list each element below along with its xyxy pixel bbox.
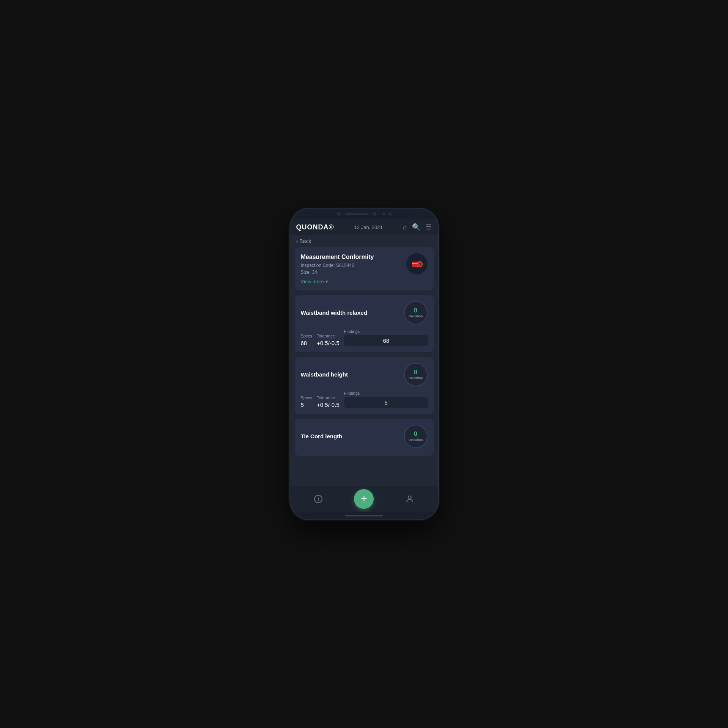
specs-value-2: 5: [301, 402, 313, 408]
phone-bottom: [290, 512, 438, 519]
tolerance-label-2: Tolerance: [317, 395, 340, 400]
app-logo: QUONDA®: [296, 223, 334, 231]
svg-point-11: [318, 497, 319, 498]
info-card: Measurement Conformity Inspection Code: …: [295, 247, 434, 290]
findings-label: Findings: [344, 329, 428, 334]
size-label: Size: 34: [301, 270, 374, 275]
home-indicator: [345, 515, 383, 516]
speaker-bar: [345, 213, 368, 215]
deviation-label-waistband-height: Deviation: [409, 376, 423, 380]
tolerance-col-waistband-relaxed: Tolerance +0.5/-0.5: [317, 334, 340, 346]
info-nav-button[interactable]: [310, 491, 327, 507]
measure-card-tie-cord: Tie Cord length 0 Deviation: [295, 419, 434, 456]
back-nav[interactable]: ‹ Back: [290, 235, 438, 247]
phone-screen: QUONDA® 12 Jan, 2021 ⌂ 🔍 ☰ ‹ Back Measur…: [290, 219, 438, 512]
measure-row-waistband-height: Specs 5 Tolerance +0.5/-0.5 Findings: [301, 391, 428, 408]
menu-icon[interactable]: ☰: [426, 223, 432, 231]
back-chevron-icon: ‹: [296, 238, 298, 244]
findings-input-waistband-relaxed[interactable]: [344, 335, 428, 346]
view-more-label: View more: [301, 279, 324, 284]
measure-title-waistband-relaxed: Waistband width relaxed: [301, 309, 367, 316]
tolerance-value-2: +0.5/-0.5: [317, 402, 340, 408]
inspection-code: Inspection Code: S615440: [301, 263, 374, 268]
findings-col-waistband-height: Findings: [344, 391, 428, 408]
info-card-title: Measurement Conformity: [301, 253, 374, 261]
measure-card-waistband-relaxed: Waistband width relaxed 0 Deviation Spec…: [295, 295, 434, 352]
deviation-badge-waistband-height: 0 Deviation: [404, 363, 428, 386]
deviation-label-tie-cord: Deviation: [409, 438, 423, 442]
measure-title-waistband-height: Waistband height: [301, 371, 348, 378]
tolerance-col-waistband-height: Tolerance +0.5/-0.5: [317, 395, 340, 408]
sensor-dot: [373, 212, 376, 216]
camera-dot: [337, 212, 341, 216]
specs-label: Specs: [301, 334, 313, 338]
bottom-nav: +: [290, 486, 438, 512]
deviation-badge-tie-cord: 0 Deviation: [404, 425, 428, 448]
specs-value: 68: [301, 340, 313, 346]
measure-card-header-3: Tie Cord length 0 Deviation: [301, 425, 428, 448]
tolerance-label: Tolerance: [317, 334, 340, 338]
svg-point-12: [408, 496, 411, 499]
findings-input-waistband-height[interactable]: [344, 397, 428, 408]
measure-card-header-2: Waistband height 0 Deviation: [301, 363, 428, 386]
deviation-number-waistband-relaxed: 0: [414, 308, 417, 314]
phone-device: QUONDA® 12 Jan, 2021 ⌂ 🔍 ☰ ‹ Back Measur…: [290, 209, 438, 519]
specs-col-waistband-height: Specs 5: [301, 395, 313, 408]
user-nav-button[interactable]: [401, 491, 418, 507]
flash-dot: [388, 212, 392, 215]
search-icon[interactable]: 🔍: [412, 223, 420, 231]
measure-card-waistband-height: Waistband height 0 Deviation Specs 5 Tol…: [295, 357, 434, 414]
tolerance-value: +0.5/-0.5: [317, 340, 340, 346]
app-header: QUONDA® 12 Jan, 2021 ⌂ 🔍 ☰: [290, 219, 438, 235]
app-date: 12 Jan, 2021: [354, 224, 383, 230]
back-label: Back: [299, 238, 311, 244]
deviation-label-waistband-relaxed: Deviation: [409, 314, 423, 318]
camera-badge: [406, 253, 428, 275]
info-card-text: Measurement Conformity Inspection Code: …: [301, 253, 374, 284]
measure-title-tie-cord: Tie Cord length: [301, 433, 343, 439]
add-button[interactable]: +: [354, 489, 374, 509]
home-icon[interactable]: ⌂: [403, 223, 407, 231]
measure-card-header: Waistband width relaxed 0 Deviation: [301, 301, 428, 325]
phone-top-bar: [290, 209, 438, 219]
chevron-down-icon: ▾: [325, 279, 328, 284]
findings-col-waistband-relaxed: Findings: [344, 329, 428, 346]
deviation-badge-waistband-relaxed: 0 Deviation: [404, 301, 428, 325]
specs-label-2: Specs: [301, 395, 313, 400]
specs-col-waistband-relaxed: Specs 68: [301, 334, 313, 346]
header-icons: ⌂ 🔍 ☰: [403, 223, 432, 231]
measure-row-waistband-relaxed: Specs 68 Tolerance +0.5/-0.5 Findings: [301, 329, 428, 346]
scroll-content: Measurement Conformity Inspection Code: …: [290, 247, 438, 486]
findings-label-2: Findings: [344, 391, 428, 395]
front-camera: [382, 212, 385, 215]
deviation-number-waistband-height: 0: [414, 369, 417, 375]
deviation-number-tie-cord: 0: [414, 431, 417, 437]
svg-point-3: [419, 264, 420, 265]
add-icon: +: [361, 493, 367, 504]
view-more-button[interactable]: View more ▾: [301, 279, 374, 284]
